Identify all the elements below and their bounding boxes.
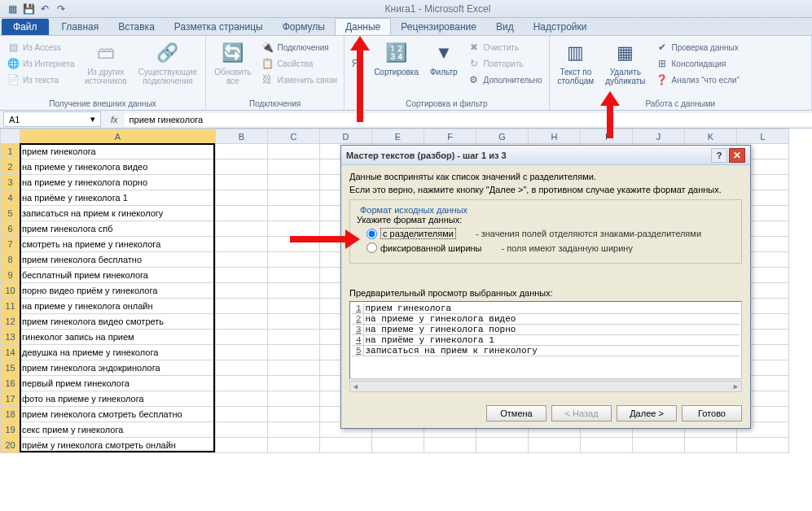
cell[interactable] xyxy=(216,314,268,330)
from-text-button[interactable]: 📄Из текста xyxy=(5,72,77,87)
row-header[interactable]: 17 xyxy=(1,391,20,407)
cell[interactable] xyxy=(216,360,268,376)
cell[interactable] xyxy=(268,376,320,391)
redo-icon[interactable]: ↷ xyxy=(54,2,68,16)
advanced-filter-button[interactable]: ⚙Дополнительно xyxy=(466,72,544,87)
row-header[interactable]: 2 xyxy=(1,159,20,175)
cell[interactable] xyxy=(268,330,320,345)
cell[interactable] xyxy=(216,221,268,237)
cell[interactable] xyxy=(216,438,268,453)
clear-filter-button[interactable]: ✖Очистить xyxy=(466,40,544,55)
column-header[interactable]: I xyxy=(581,129,633,144)
row-header[interactable]: 7 xyxy=(1,237,20,252)
sort-desc-button[interactable]: Я↓ xyxy=(349,56,366,71)
cell[interactable] xyxy=(268,268,320,283)
cell[interactable]: прием гинеколога спб xyxy=(20,221,216,237)
cell[interactable] xyxy=(685,438,737,453)
column-header[interactable]: J xyxy=(633,129,685,144)
cell[interactable]: порно видео приём у гинеколога xyxy=(20,283,216,299)
cell[interactable] xyxy=(216,206,268,221)
row-header[interactable]: 14 xyxy=(1,345,20,360)
tab-insert[interactable]: Вставка xyxy=(108,19,165,35)
cell[interactable] xyxy=(268,221,320,237)
from-access-button[interactable]: ▤Из Access xyxy=(5,40,77,55)
cell[interactable]: на приеме у гинеколога онлайн xyxy=(20,299,216,314)
column-header[interactable]: G xyxy=(476,129,529,144)
tab-addins[interactable]: Надстройки xyxy=(524,19,597,35)
finish-button[interactable]: Готово xyxy=(682,405,742,421)
cell[interactable] xyxy=(216,144,268,159)
text-to-columns-button[interactable]: ▥Текст по столбцам xyxy=(555,38,598,87)
cell[interactable]: девушка на приеме у гинеколога xyxy=(20,345,216,360)
row-header[interactable]: 3 xyxy=(1,175,20,190)
tab-formulas[interactable]: Формулы xyxy=(273,19,335,35)
cell[interactable] xyxy=(268,283,320,299)
cell[interactable]: первый прием гинеколога xyxy=(20,376,216,391)
cell[interactable] xyxy=(216,345,268,360)
cell[interactable]: на приеме у гинеколога видео xyxy=(20,159,216,175)
row-header[interactable]: 16 xyxy=(1,376,20,391)
cell[interactable] xyxy=(216,376,268,391)
cell[interactable] xyxy=(216,283,268,299)
row-header[interactable]: 8 xyxy=(1,252,20,268)
cell[interactable] xyxy=(216,175,268,190)
cell[interactable] xyxy=(268,422,320,438)
cell[interactable] xyxy=(268,360,320,376)
tab-review[interactable]: Рецензирование xyxy=(391,19,486,35)
preview-scrollbar[interactable]: ◄► xyxy=(349,381,742,392)
remove-duplicates-button[interactable]: ▦Удалить дубликаты xyxy=(602,38,648,87)
row-header[interactable]: 15 xyxy=(1,360,20,376)
cell[interactable]: бесплатный прием гинеколога xyxy=(20,268,216,283)
cell[interactable] xyxy=(633,438,685,453)
existing-connections-button[interactable]: 🔗Существующие подключения xyxy=(135,38,200,87)
fx-icon[interactable]: fx xyxy=(104,115,125,124)
radio-delimited-input[interactable] xyxy=(366,229,377,239)
column-header[interactable]: K xyxy=(685,129,737,144)
cell[interactable] xyxy=(216,330,268,345)
cell[interactable] xyxy=(216,299,268,314)
cell[interactable]: прием гинеколога бесплатно xyxy=(20,252,216,268)
cell[interactable] xyxy=(216,268,268,283)
edit-links-button[interactable]: ⛓Изменить связи xyxy=(259,72,339,87)
sort-asc-button[interactable]: A↓ xyxy=(349,40,366,55)
cell[interactable]: прием гинеколога видео смотреть xyxy=(20,314,216,330)
row-header[interactable]: 18 xyxy=(1,407,20,422)
row-header[interactable]: 20 xyxy=(1,438,20,453)
column-header[interactable]: D xyxy=(320,129,372,144)
help-icon[interactable]: ? xyxy=(711,148,727,163)
cell[interactable]: фото на приеме у гинеколога xyxy=(20,391,216,407)
cell[interactable] xyxy=(268,206,320,221)
chevron-down-icon[interactable]: ▾ xyxy=(90,114,95,124)
row-header[interactable]: 12 xyxy=(1,314,20,330)
cell[interactable] xyxy=(268,407,320,422)
row-header[interactable]: 1 xyxy=(1,144,20,159)
cell[interactable] xyxy=(268,237,320,252)
tab-data[interactable]: Данные xyxy=(335,18,391,35)
cell[interactable] xyxy=(216,391,268,407)
row-header[interactable]: 10 xyxy=(1,283,20,299)
cell[interactable] xyxy=(216,422,268,438)
radio-delimited[interactable]: с разделителями xyxy=(366,228,456,239)
tab-page-layout[interactable]: Разметка страницы xyxy=(165,19,273,35)
cell[interactable] xyxy=(268,345,320,360)
from-web-button[interactable]: 🌐Из Интернета xyxy=(5,56,77,71)
back-button[interactable]: < Назад xyxy=(551,405,612,421)
connections-button[interactable]: 🔌Подключения xyxy=(259,40,339,55)
cell[interactable]: на приеме у гинеколога порно xyxy=(20,175,216,190)
sort-button[interactable]: 🔢Сортировка xyxy=(371,38,422,78)
row-header[interactable]: 9 xyxy=(1,268,20,283)
cell[interactable] xyxy=(581,438,633,453)
cell[interactable] xyxy=(268,159,320,175)
column-header[interactable]: C xyxy=(268,129,320,144)
cell[interactable] xyxy=(268,391,320,407)
radio-fixed[interactable]: фиксированной ширины xyxy=(366,242,482,253)
cell[interactable] xyxy=(216,252,268,268)
row-header[interactable]: 5 xyxy=(1,206,20,221)
row-header[interactable]: 4 xyxy=(1,190,20,206)
what-if-button[interactable]: ❓Анализ "что если" xyxy=(654,72,742,87)
column-header[interactable]: A xyxy=(20,129,216,144)
row-header[interactable]: 13 xyxy=(1,330,20,345)
radio-fixed-input[interactable] xyxy=(366,242,377,253)
cell[interactable]: прием гинеколога xyxy=(20,144,216,159)
properties-button[interactable]: 📋Свойства xyxy=(259,56,339,71)
